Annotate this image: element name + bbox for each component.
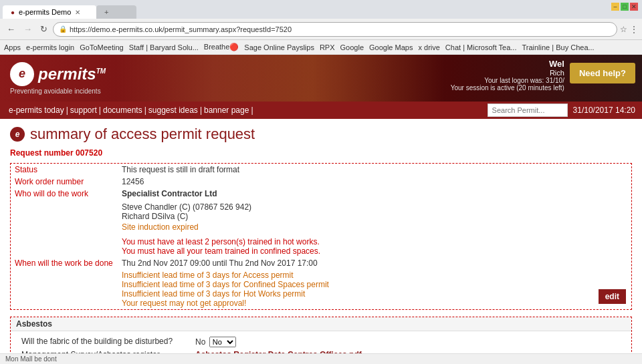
address-bar[interactable]: 🔒 https://demo.e-permits.co.uk/permit_su…	[53, 22, 617, 37]
bookmark-gotomeeting[interactable]: GoToMeeting	[80, 43, 123, 51]
nav-epermits-today[interactable]: e-permits today	[7, 106, 66, 115]
fabric-row: Will the fabric of the building be distu…	[17, 335, 625, 349]
status-value: This request is still in draft format	[118, 164, 631, 176]
logo-section: e permitsTM Preventing avoidable inciden…	[0, 55, 116, 102]
bookmark-chat[interactable]: Chat | Microsoft Tea...	[445, 43, 517, 51]
nav-support[interactable]: support	[68, 106, 99, 115]
bookmark-sage[interactable]: Sage Online Payslips	[244, 43, 314, 51]
nav-banner-page[interactable]: banner page	[202, 106, 251, 115]
contractor-name: Specialist Contractor Ltd	[122, 189, 627, 198]
asbestos-header: Asbestos	[11, 317, 631, 331]
bookmark-epermits[interactable]: e-permits login	[26, 43, 74, 51]
need-help-btn[interactable]: Need help?	[570, 63, 635, 83]
tagline: Preventing avoidable incidents	[10, 87, 106, 95]
lead-time-1: Insufficient lead time of 3 days for Acc…	[122, 270, 627, 280]
session-info: Your session is active (20 minutes left)	[451, 84, 564, 92]
status-label: Status	[11, 164, 118, 176]
reload-btn[interactable]: ↻	[37, 23, 50, 35]
menu-btn[interactable]: ⋮	[630, 25, 638, 34]
header-decoration	[116, 55, 444, 102]
footer-bar: Mon Mall be dont	[0, 353, 642, 364]
main-info-box: Status This request is still in draft fo…	[10, 163, 632, 310]
search-area	[488, 104, 568, 117]
work-order-value: 12456	[118, 176, 631, 188]
when-value: Thu 2nd Nov 2017 09:00 until Thu 2nd Nov…	[118, 257, 631, 309]
bookmark-rpx[interactable]: RPX	[320, 43, 335, 51]
page-content: e permitsTM Preventing avoidable inciden…	[0, 55, 642, 364]
user-info-block: Wel Rich Your last logon was: 31/10/ You…	[451, 59, 564, 92]
page-title-text: summary of access permit request	[30, 126, 255, 143]
site-header: e permitsTM Preventing avoidable inciden…	[0, 55, 642, 102]
when-datetime: Thu 2nd Nov 2017 09:00 until Thu 2nd Nov…	[122, 258, 627, 268]
active-tab[interactable]: ● e-permits Demo ✕	[3, 5, 96, 19]
person-2: Richard DSilva (C)	[122, 212, 627, 221]
header-right: Wel Rich Your last logon was: 31/10/ You…	[444, 55, 642, 102]
people-list: Steve Chandler (C) (07867 526 942) Richa…	[122, 202, 627, 232]
nav-bar: e-permits today | support | documents | …	[0, 102, 642, 119]
who-work-label: Who will do the work	[11, 188, 118, 257]
inactive-tab[interactable]: +	[96, 5, 136, 19]
bookmark-google[interactable]: Google	[340, 43, 364, 51]
logo: e permitsTM	[10, 62, 106, 86]
lead-time-warnings: Insufficient lead time of 3 days for Acc…	[122, 270, 627, 308]
tab-bar: ● e-permits Demo ✕ + – □ ✕	[0, 0, 642, 19]
logo-text: permitsTM	[38, 65, 106, 83]
footer-text: Mon Mall be dont	[5, 355, 57, 363]
fabric-value: No No Yes	[191, 335, 625, 349]
fabric-label: Will the fabric of the building be distu…	[17, 335, 191, 349]
tab-close-btn[interactable]: ✕	[75, 9, 80, 16]
nav-date: 31/10/2017 14:20	[573, 106, 635, 115]
person-1: Steve Chandler (C) (07867 526 942)	[122, 202, 627, 212]
warning-1: You must have at least 2 person(s) train…	[122, 237, 627, 246]
main-content: e summary of access permit request Reque…	[0, 119, 642, 364]
fabric-select[interactable]: No Yes	[209, 337, 236, 347]
forward-btn[interactable]: →	[21, 23, 35, 35]
back-btn[interactable]: ←	[4, 23, 18, 35]
bookmark-gmaps[interactable]: Google Maps	[369, 43, 413, 51]
bookmark-staff[interactable]: Staff | Baryard Solu...	[129, 43, 199, 51]
page-title-area: e summary of access permit request	[10, 126, 632, 143]
browser-window: ● e-permits Demo ✕ + – □ ✕ ← → ↻ 🔒 https…	[0, 0, 642, 55]
who-work-value: Specialist Contractor Ltd Steve Chandler…	[118, 188, 631, 257]
who-work-row: Who will do the work Specialist Contract…	[11, 188, 631, 257]
fabric-no-value: No	[195, 337, 205, 347]
lead-time-4: Your request may not get approval!	[122, 299, 627, 308]
search-input[interactable]	[488, 104, 568, 117]
logo-circle: e	[10, 62, 34, 86]
site-induction-expired: Site induction expired	[122, 222, 627, 232]
last-logon: Your last logon was: 31/10/	[451, 77, 564, 84]
user-name: Rich	[451, 69, 564, 77]
nav-documents[interactable]: documents	[101, 106, 144, 115]
browser-toolbar: ← → ↻ 🔒 https://demo.e-permits.co.uk/per…	[0, 19, 642, 40]
warnings-block: You must have at least 2 person(s) train…	[122, 237, 627, 256]
tab-favicon: ●	[11, 9, 15, 16]
warning-2: You must have all your team trained in c…	[122, 246, 627, 256]
close-btn[interactable]: ✕	[630, 3, 638, 11]
work-order-row: Work order number 12456	[11, 176, 631, 188]
lead-time-2: Insufficient lead time of 3 days for Con…	[122, 280, 627, 289]
bookmark-breathe[interactable]: Breathe🔴	[204, 43, 239, 51]
page-title-icon: e	[10, 127, 25, 142]
bookmark-trainline[interactable]: Trainline | Buy Chea...	[522, 43, 594, 51]
active-tab-label: e-permits Demo	[19, 8, 71, 16]
main-info-inner: Status This request is still in draft fo…	[11, 164, 631, 309]
maximize-btn[interactable]: □	[621, 3, 629, 11]
secure-icon: 🔒	[59, 25, 67, 33]
minimize-btn[interactable]: –	[611, 3, 619, 11]
when-row: When will the work be done Thu 2nd Nov 2…	[11, 257, 631, 309]
main-data-table: Status This request is still in draft fo…	[11, 164, 631, 309]
bookmark-xdrive[interactable]: x drive	[418, 43, 439, 51]
lead-time-3: Insufficient lead time of 3 days for Hot…	[122, 289, 627, 299]
work-order-label: Work order number	[11, 176, 118, 188]
request-number: Request number 007520	[10, 148, 632, 158]
bookmark-apps[interactable]: Apps	[4, 43, 21, 51]
star-btn[interactable]: ☆	[620, 25, 627, 34]
when-label: When will the work be done	[11, 257, 118, 309]
edit-btn[interactable]: edit	[599, 289, 626, 304]
status-row: Status This request is still in draft fo…	[11, 164, 631, 176]
welcome-text: Wel	[451, 59, 564, 69]
bookmarks-bar: Apps e-permits login GoToMeeting Staff |…	[0, 40, 642, 55]
browser-actions: ☆ ⋮	[620, 25, 638, 34]
url-text: https://demo.e-permits.co.uk/permit_summ…	[70, 25, 611, 33]
nav-suggest-ideas[interactable]: suggest ideas	[146, 106, 200, 115]
